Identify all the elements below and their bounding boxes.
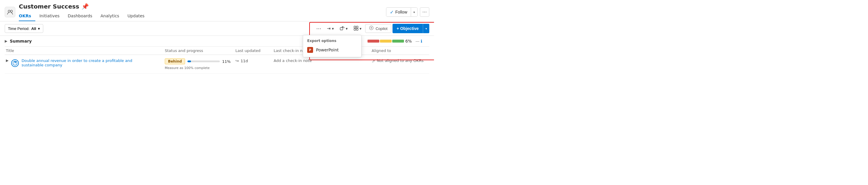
row-title[interactable]: Double annual revenue in order to create… (22, 59, 132, 63)
title-text: Customer Success (19, 3, 79, 10)
status-badge: Behind (165, 59, 185, 64)
title-cell: ▶ Double annual revenue in order to crea… (5, 59, 164, 67)
svg-rect-3 (354, 26, 356, 28)
progress-seg-yellow (380, 40, 392, 43)
svg-point-0 (8, 10, 10, 12)
summary-info-icon[interactable]: ℹ (421, 39, 422, 43)
powerpoint-label: PowerPoint (316, 47, 339, 52)
objective-dropdown-arrow[interactable]: ▾ (423, 24, 429, 33)
summary-expand-icon[interactable]: ▶ (5, 39, 7, 43)
progress-seg-green (392, 40, 404, 43)
col-title: Title (5, 48, 164, 53)
more-options-button[interactable]: ··· (420, 7, 429, 17)
add-objective-button[interactable]: + Objective ▾ (393, 24, 429, 33)
column-headers: Title Status and progress Last updated L… (5, 47, 429, 55)
follow-dropdown-arrow[interactable]: ▾ (411, 8, 417, 16)
objective-label: + Objective (397, 26, 419, 31)
summary-row: ▶ Summary 6% — ℹ (5, 36, 429, 47)
col-status: Status and progress (164, 48, 234, 53)
page-header: Customer Success 📌 OKRs Initiatives Dash… (0, 0, 434, 22)
status-cell: Behind 11% Measure as 100% complete (164, 59, 234, 70)
time-period-chevron-icon: ▾ (38, 27, 40, 31)
last-updated-cell: ↪ 11d (234, 59, 273, 63)
time-period-button[interactable]: Time Period: All ▾ (5, 24, 43, 33)
progress-row: Behind 11% (165, 59, 233, 64)
export-button[interactable]: ⇥ ▾ (324, 24, 336, 33)
checkin-text[interactable]: Add a check-in note (274, 59, 312, 63)
export-arrow-icon: ⇥ (327, 26, 331, 31)
pin-icon: 📌 (82, 3, 89, 10)
toolbar-right: ··· ⇥ ▾ ▾ ▾ (314, 24, 429, 33)
view-button[interactable]: ▾ (351, 24, 364, 33)
updated-arrow-icon: ↪ (236, 59, 239, 63)
tab-analytics[interactable]: Analytics (96, 12, 124, 21)
follow-label: Follow (396, 10, 407, 14)
checkmark-icon: ✓ (390, 9, 394, 15)
powerpoint-icon: P (307, 47, 313, 53)
summary-label: Summary (10, 39, 32, 43)
summary-pct: 6% (405, 39, 412, 43)
checkin-cell[interactable]: Add a check-in note (273, 59, 331, 63)
col-aligned: Aligned to (370, 48, 429, 53)
svg-point-1 (10, 10, 13, 12)
tab-initiatives[interactable]: Initiatives (35, 12, 64, 21)
follow-btn-main[interactable]: ✓ Follow (386, 8, 411, 16)
summary-minus-icon[interactable]: — (415, 39, 420, 43)
header-right: ✓ Follow ▾ ··· (386, 7, 429, 17)
align-icon: ⇗ (372, 59, 375, 64)
title-text-area: Double annual revenue in order to create… (22, 59, 132, 67)
time-period-value: All (31, 27, 36, 31)
export-chevron-icon: ▾ (332, 27, 334, 31)
grid-icon (354, 26, 359, 31)
view-chevron-icon: ▾ (360, 27, 362, 31)
tab-updates[interactable]: Updates (123, 12, 149, 21)
svg-rect-2 (340, 28, 343, 30)
tab-okrs[interactable]: OKRs (19, 12, 35, 21)
toolbar-more-button[interactable]: ··· (314, 24, 323, 33)
aligned-cell: ⇗ Not aligned to any OKRs (370, 59, 429, 64)
follow-button[interactable]: ✓ Follow ▾ (386, 7, 417, 17)
copilot-button[interactable]: Copilot (365, 24, 391, 33)
progress-bar-fill (187, 61, 191, 62)
tab-dashboards[interactable]: Dashboards (64, 12, 96, 21)
export-powerpoint-option[interactable]: P PowerPoint (303, 45, 361, 55)
table-row: ▶ Double annual revenue in order to crea… (5, 55, 429, 74)
toolbar: Time Period: All ▾ ··· ⇥ ▾ ▾ (0, 22, 434, 36)
copilot-icon (369, 26, 374, 31)
svg-rect-5 (354, 29, 356, 30)
progress-pct: 11% (222, 59, 231, 64)
share-chevron-icon: ▾ (346, 27, 348, 31)
svg-rect-4 (356, 26, 358, 28)
toolbar-left: Time Period: All ▾ (5, 24, 43, 33)
objective-btn-main[interactable]: + Objective (393, 24, 423, 33)
export-dropdown: Export options P PowerPoint (303, 35, 362, 57)
row-expand-icon[interactable]: ▶ (6, 59, 8, 63)
svg-rect-6 (356, 29, 358, 30)
row-title-line2[interactable]: sustainable company (22, 63, 132, 67)
measure-label: Measure as 100% complete (165, 66, 233, 70)
copilot-label: Copilot (375, 27, 387, 31)
time-period-label: Time Period: (8, 27, 29, 31)
progress-bar (187, 61, 220, 62)
page-title: Customer Success 📌 (19, 3, 149, 10)
share-button[interactable]: ▾ (338, 24, 350, 33)
summary-progress: 6% — ℹ (368, 39, 422, 43)
aligned-text: Not aligned to any OKRs (377, 59, 424, 63)
app-icon (5, 7, 15, 17)
share-icon (340, 26, 345, 31)
okr-target-icon (11, 59, 19, 67)
nav-tabs: OKRs Initiatives Dashboards Analytics Up… (19, 12, 149, 21)
export-dropdown-title: Export options (303, 37, 361, 45)
col-last-updated: Last updated (234, 48, 273, 53)
header-left: Customer Success 📌 OKRs Initiatives Dash… (5, 3, 149, 21)
summary-progress-bar (368, 40, 404, 43)
title-area: Customer Success 📌 OKRs Initiatives Dash… (19, 3, 149, 21)
progress-seg-red (368, 40, 379, 43)
table-section: ▶ Summary 6% — ℹ Title Status and progre… (0, 36, 434, 74)
last-updated-value: 11d (241, 59, 248, 63)
